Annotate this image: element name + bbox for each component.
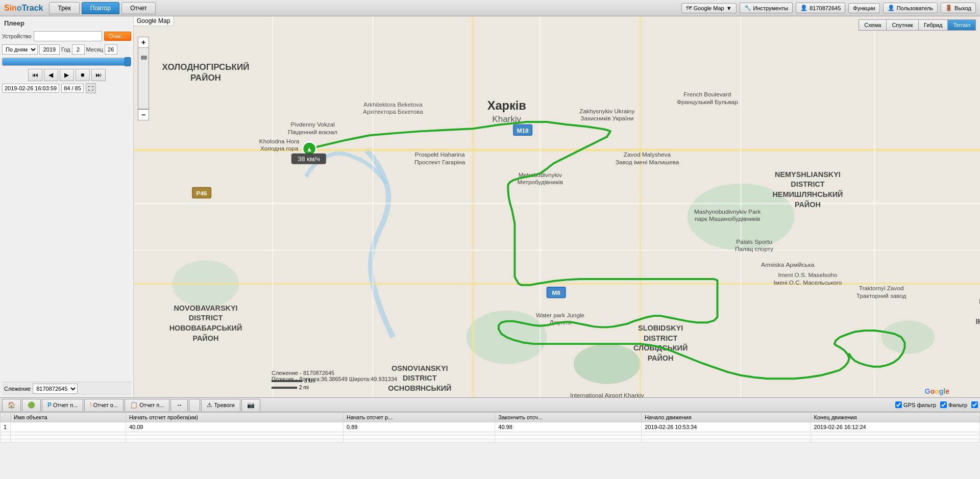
gps-filter-checkbox-label[interactable]: GPS фильтр [895,401,936,408]
svg-text:Arkhitektora Beketova: Arkhitektora Beketova [363,101,423,108]
clear-btn[interactable]: Очис... [104,32,131,41]
functions-btn[interactable]: Функции [848,3,879,13]
svg-text:Захисників України: Захисників України [580,115,633,121]
svg-text:Prospekt Haharina: Prospekt Haharina [415,151,465,158]
bottom-tab-report-o[interactable]: ! Отчет о... [84,399,124,411]
year-input[interactable] [39,44,60,55]
svg-text:НОВОВАБАРСЬКИЙ: НОВОВАБАРСЬКИЙ [169,323,242,332]
extra-checkbox-label[interactable] [971,401,978,408]
skip-fwd-btn[interactable]: ⏭ [91,69,106,81]
col-name: Имя объекта [11,413,126,422]
gps-filter-checkbox[interactable] [895,401,902,408]
row-num: 1 [1,422,11,432]
tools-btn[interactable]: 🔧 Инструменты [740,3,793,13]
svg-text:ХОЛОДНОГІРСЬКИЙ: ХОЛОДНОГІРСЬКИЙ [162,62,249,72]
trevogi-label: Тревоги [214,402,234,408]
svg-text:M8: M8 [552,289,561,296]
zoom-in-btn[interactable]: + [138,37,149,48]
play-btn[interactable]: ▶ [60,69,74,81]
bottom-right-controls: GPS фильтр Фильтр [895,401,978,408]
progress-bar [3,58,128,65]
scale-km: 3 km [304,378,315,384]
parking-icon: P [47,401,52,409]
bottom-table: Имя объекта Начать отсчет пробега(км) На… [0,412,980,443]
svg-text:SLOBIDSKYI: SLOBIDSKYI [638,324,683,332]
svg-text:Метробудівників: Метробудівників [518,179,563,185]
time-display: 2019-02-26 16:03:59 84 / 85 ⛶ [2,83,131,93]
bottom-tab-home[interactable]: 🏠 [2,399,21,411]
col-start-km: Начать отсчет пробега(км) [126,413,343,422]
tracking-select[interactable]: 8170872645 [33,384,78,394]
table-row-empty-3 [1,439,980,443]
svg-text:РАЙОН: РАЙОН [648,354,674,362]
map-container[interactable]: Google Map Схема Спутник Гибрид Terrain … [134,16,980,397]
date-mode-select[interactable]: По дням [2,44,38,55]
filter-checkbox-label[interactable]: Фильтр [940,401,967,408]
bottom-tab-empty[interactable] [189,399,200,411]
scale-mi: 2 mi [299,385,309,390]
device-input[interactable] [34,31,102,41]
svg-text:ІНДУСТРІАЛЬНИЙ: ІНДУСТРІАЛЬНИЙ [975,317,980,325]
svg-text:ОСНОВЯНСЬКИЙ: ОСНОВЯНСЬКИЙ [388,384,451,392]
stop-btn[interactable]: ■ [76,69,90,81]
month-num-input[interactable] [72,44,85,55]
bottom-table-container: Имя объекта Начать отсчет пробега(км) На… [0,412,980,479]
bottom-tab-report-p1[interactable]: P Отчет п... [42,399,83,411]
map-header: Google Map [134,16,174,26]
tracking-label: Слежение [4,386,31,392]
tab-otchet[interactable]: Отчет [121,2,156,14]
sidebar: Плеер Устройство Очис... По дням Год Мес… [0,16,134,397]
user-btn[interactable]: 👤 Пользователь [883,3,938,13]
device-row: Устройство Очис... [2,30,131,42]
exit-btn[interactable]: 🚪 Выход [941,3,976,13]
map-type-schema[interactable]: Схема [859,19,887,31]
date-row: По дням Год Месяц [2,44,131,55]
person-icon: 👤 [888,5,895,11]
svg-text:Палац спорту: Палац спорту [735,245,773,252]
filter-checkbox[interactable] [940,401,947,408]
expand-btn[interactable]: ⛶ [86,83,96,93]
zoom-slider[interactable] [138,48,149,109]
map-type-hybrid[interactable]: Гибрид [918,19,948,31]
bottom-tab-report-p2[interactable]: 📋 Отчет п... [125,399,169,411]
map-type-satellite[interactable]: Спутник [886,19,918,31]
bottom-tab-camera[interactable]: 📷 [241,399,260,411]
svg-text:РАЙОН: РАЙОН [795,200,821,209]
map-type-buttons: Схема Спутник Гибрид Terrain [859,19,976,31]
bottom-tab-arrow[interactable]: ↔ [170,399,188,411]
svg-text:Завод імені Малишева: Завод імені Малишева [616,159,679,165]
warning-icon: ⚠ [207,401,212,409]
svg-text:Pivdenny Vokzal: Pivdenny Vokzal [290,121,334,128]
tab-povtor[interactable]: Повтор [82,2,119,14]
camera-icon: 📷 [247,401,255,409]
back-btn[interactable]: ◀ [44,69,58,81]
app-logo: SinoSinoTrack [4,4,43,13]
map-scale: 3 km 2 mi [272,378,315,390]
map-type-terrain[interactable]: Terrain [947,19,976,31]
table-row-empty-1 [1,432,980,436]
bottom-tab-trevogi[interactable]: ⚠ Тревоги [201,399,240,411]
account-btn[interactable]: 👤 8170872645 [796,3,845,13]
report-o-label: Отчет о... [93,402,118,408]
bottom-panel: 🏠 🟢 P Отчет п... ! Отчет о... 📋 Отчет п.… [0,397,980,479]
exit-icon: 🚪 [945,5,952,11]
progress-bar-container[interactable] [2,58,131,66]
svg-text:Тракторний завод: Тракторний завод [856,292,906,299]
tab-trek[interactable]: Трек [49,2,79,14]
day-input[interactable] [105,44,117,55]
bottom-tab-green[interactable]: 🟢 [22,399,41,411]
year-label: Год [61,46,70,53]
svg-text:French Boulevard: French Boulevard [683,91,731,97]
gps-filter-label: GPS фильтр [903,402,936,408]
skip-back-btn[interactable]: ⏮ [28,69,42,81]
map-svg: ХОЛОДНОГІРСЬКИЙ РАЙОН NOVOBAVARSKYI DIST… [134,16,980,397]
col-start-r: Начать отсчет р... [344,413,495,422]
extra-checkbox[interactable] [971,401,978,408]
svg-text:Traktornyi Zavod: Traktornyi Zavod [859,285,904,291]
google-map-btn[interactable]: 🗺 Google Map ▼ [681,3,737,13]
logo-accent: Sin [4,4,17,12]
svg-text:DISTRICT: DISTRICT [644,334,678,342]
row-start-r: 0.89 [344,422,495,432]
zoom-out-btn[interactable]: − [138,109,149,120]
svg-text:Water park Jungle: Water park Jungle [536,312,585,318]
